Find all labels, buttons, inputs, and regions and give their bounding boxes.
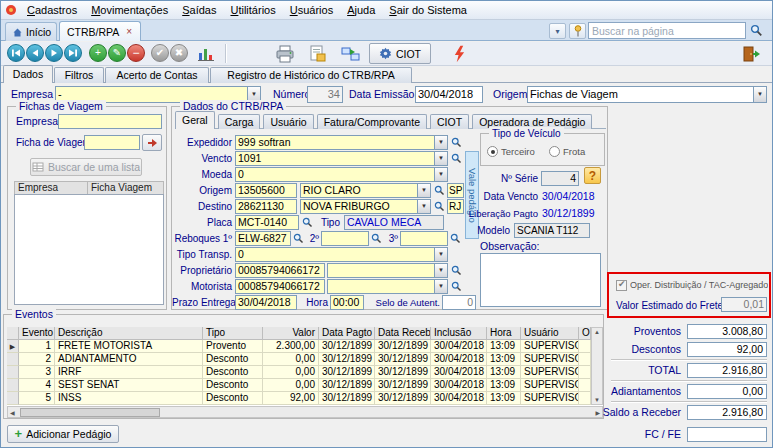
radio-terceiro[interactable] bbox=[487, 146, 498, 157]
tab-geral[interactable]: Geral bbox=[175, 111, 215, 129]
confirm-button[interactable]: ✔ bbox=[151, 44, 169, 62]
hora-field[interactable]: 00:00 bbox=[330, 295, 364, 310]
chart-button[interactable] bbox=[194, 43, 218, 64]
chevron-down-icon[interactable]: ▼ bbox=[434, 248, 447, 261]
add-record-button[interactable]: + bbox=[89, 44, 107, 62]
origem-combo[interactable]: Fichas de Viagem ▼ bbox=[527, 86, 767, 103]
adicionar-pedagio-button[interactable]: + Adicionar Pedágio bbox=[7, 425, 119, 443]
menu-item-movimentacoes[interactable]: Movimentações bbox=[84, 3, 175, 17]
fc-fe-value[interactable] bbox=[687, 427, 767, 442]
carregar-ficha-button[interactable] bbox=[142, 134, 162, 151]
eventos-row[interactable]: 3IRRFDesconto0,0030/12/189930/12/189930/… bbox=[7, 366, 603, 379]
exit-button[interactable] bbox=[736, 43, 766, 64]
search-icon[interactable] bbox=[434, 185, 447, 198]
menu-item-sair[interactable]: Sair do Sistema bbox=[382, 3, 474, 17]
radio-frota[interactable] bbox=[549, 146, 560, 157]
transfer-button[interactable] bbox=[337, 43, 363, 64]
proprietario-doc-field[interactable]: 00085794066172 bbox=[235, 263, 325, 278]
eventos-row[interactable]: 2ADIANTAMENTODesconto0,0030/12/189930/12… bbox=[7, 353, 603, 366]
tab-inicio[interactable]: Início bbox=[5, 22, 57, 41]
eventos-row[interactable]: 4SEST SENATDesconto0,0030/12/189930/12/1… bbox=[7, 379, 603, 392]
motorista-combo[interactable]: ▼ bbox=[327, 279, 448, 294]
tab-carga[interactable]: Carga bbox=[218, 114, 261, 129]
tab-acerto-de-contas[interactable]: Acerto de Contas bbox=[105, 67, 209, 83]
cancel-button[interactable]: ✖ bbox=[170, 44, 188, 62]
fichas-ficha-field[interactable] bbox=[84, 135, 140, 150]
chevron-down-icon[interactable]: ▼ bbox=[434, 280, 447, 293]
edit-record-button[interactable]: ✎ bbox=[108, 44, 126, 62]
motorista-doc-field[interactable]: 00085794066172 bbox=[235, 279, 325, 294]
document-button[interactable] bbox=[304, 43, 330, 64]
chevron-down-icon[interactable]: ▼ bbox=[753, 87, 766, 102]
oper-distribuicao-checkbox[interactable] bbox=[616, 280, 627, 291]
tab-registro-historico[interactable]: Registro de Histórico do CTRB/RPA bbox=[210, 67, 412, 83]
destino-cidade-combo[interactable]: NOVA FRIBURGO ▼ bbox=[300, 199, 431, 214]
search-icon[interactable] bbox=[371, 233, 384, 246]
menu-item-cadastros[interactable]: Cadastros bbox=[20, 3, 84, 17]
pin-button[interactable] bbox=[569, 23, 586, 39]
last-record-button[interactable] bbox=[64, 44, 82, 62]
print-button[interactable] bbox=[271, 43, 299, 64]
tab-fatura-comprovante[interactable]: Fatura/Comprovante bbox=[317, 114, 427, 129]
origem-cep-field[interactable]: 13505600 bbox=[235, 183, 297, 198]
data-emissao-field[interactable]: 30/04/2018 bbox=[415, 86, 483, 103]
tab-dados[interactable]: Dados bbox=[3, 65, 53, 83]
origem-uf-field[interactable]: SP bbox=[447, 183, 464, 198]
eventos-row[interactable]: 5INSSDesconto92,0030/12/189930/12/189930… bbox=[7, 392, 603, 405]
scrollbar-thumb[interactable] bbox=[20, 408, 160, 417]
menu-item-saidas[interactable]: Saídas bbox=[175, 3, 223, 17]
chevron-down-icon[interactable]: ▼ bbox=[434, 136, 447, 149]
selo-autent-field[interactable]: 0 bbox=[442, 295, 476, 310]
moeda-combo[interactable]: 0 ▼ bbox=[235, 167, 448, 182]
reboque2-field[interactable] bbox=[321, 231, 369, 246]
search-icon[interactable] bbox=[451, 137, 464, 150]
tab-filtros[interactable]: Filtros bbox=[54, 67, 104, 83]
tipo-transp-combo[interactable]: 0 ▼ bbox=[235, 247, 448, 262]
search-icon[interactable] bbox=[451, 281, 464, 294]
reboque3-field[interactable] bbox=[400, 231, 448, 246]
menu-item-utilitarios[interactable]: Utilitários bbox=[223, 3, 282, 17]
proprietario-combo[interactable]: ▼ bbox=[327, 263, 448, 278]
valor-frete-field[interactable]: 0,01 bbox=[721, 297, 767, 312]
menu-item-ajuda[interactable]: Ajuda bbox=[340, 3, 382, 17]
page-search-input[interactable] bbox=[588, 22, 746, 39]
horizontal-scrollbar[interactable]: ◀ ▶ bbox=[7, 406, 603, 418]
tab-ctrb-rpa[interactable]: CTRB/RPA × bbox=[59, 21, 141, 41]
prazo-entrega-field[interactable]: 30/04/2018 bbox=[235, 295, 297, 310]
ciot-button[interactable]: CIOT bbox=[369, 43, 431, 64]
fichas-empresa-field[interactable] bbox=[58, 114, 162, 129]
menu-item-usuarios[interactable]: Usuários bbox=[283, 3, 340, 17]
search-icon[interactable] bbox=[434, 201, 447, 214]
averbacao-button[interactable] bbox=[448, 43, 470, 64]
delete-record-button[interactable]: − bbox=[127, 44, 145, 62]
chevron-button[interactable]: ▾ bbox=[549, 23, 566, 39]
observacao-textarea[interactable] bbox=[480, 253, 601, 307]
close-icon[interactable]: × bbox=[126, 27, 132, 37]
search-icon[interactable] bbox=[450, 233, 463, 246]
previous-record-button[interactable] bbox=[26, 44, 44, 62]
origem-cidade-combo[interactable]: RIO CLARO ▼ bbox=[300, 183, 431, 198]
search-icon[interactable] bbox=[750, 24, 763, 37]
first-record-button[interactable] bbox=[7, 44, 25, 62]
expedidor-combo[interactable]: 999 softran ▼ bbox=[235, 135, 448, 150]
chevron-down-icon[interactable]: ▼ bbox=[434, 264, 447, 277]
help-button[interactable]: ? bbox=[584, 167, 601, 184]
tab-ciot[interactable]: CIOT bbox=[430, 114, 469, 129]
search-icon[interactable] bbox=[451, 153, 464, 166]
chevron-down-icon[interactable]: ▼ bbox=[434, 168, 447, 181]
vencto-combo[interactable]: 1091 ▼ bbox=[235, 151, 448, 166]
destino-uf-field[interactable]: RJ bbox=[447, 199, 464, 214]
chevron-down-icon[interactable]: ▼ bbox=[417, 184, 430, 197]
chevron-down-icon[interactable]: ▼ bbox=[434, 152, 447, 165]
tab-usuario[interactable]: Usuário bbox=[263, 114, 313, 129]
placa-field[interactable]: MCT-0140 bbox=[235, 215, 299, 230]
search-icon[interactable] bbox=[451, 265, 464, 278]
fichas-grid-body[interactable] bbox=[14, 194, 164, 305]
reboque1-field[interactable]: ELW-6827 bbox=[235, 231, 291, 246]
scroll-left-icon[interactable]: ◀ bbox=[10, 409, 15, 416]
eventos-row[interactable]: ▶1FRETE MOTORISTAProvento2.300,0030/12/1… bbox=[7, 340, 603, 353]
next-record-button[interactable] bbox=[45, 44, 63, 62]
destino-cep-field[interactable]: 28621130 bbox=[235, 199, 297, 214]
chevron-down-icon[interactable]: ▼ bbox=[417, 200, 430, 213]
buscar-lista-button[interactable]: Buscar de uma lista bbox=[30, 158, 142, 176]
